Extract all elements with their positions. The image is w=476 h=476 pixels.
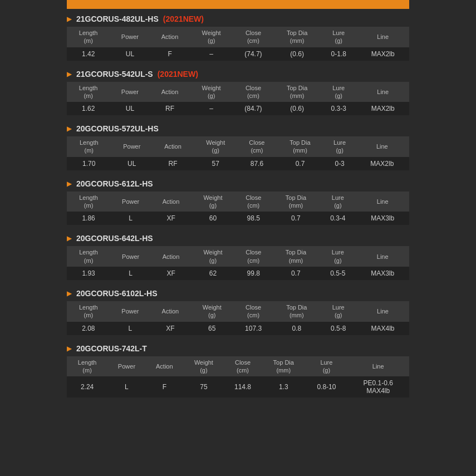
col-header-0: Length(m) xyxy=(67,356,107,377)
spec-table-2: Length(m)PowerActionWeight(g)Close(cm)To… xyxy=(67,82,409,116)
rod-section-4: ▶20GCORUS-612L-HSLength(m)PowerActionWei… xyxy=(67,179,409,225)
col-header-0: Length(m) xyxy=(67,192,110,212)
col-header-3: Weight(g) xyxy=(190,82,233,102)
col-header-7: Line xyxy=(355,136,409,157)
table-row: 2.24LF75114.81.30.8-10PE0.1-0.6MAX4lb xyxy=(67,376,409,398)
table-cell-0-3: 62 xyxy=(191,267,235,280)
rod-name-5: 20GCORUS-642L-HS xyxy=(76,234,153,243)
rod-title-row-4: ▶20GCORUS-612L-HS xyxy=(67,179,409,188)
col-header-7: Line xyxy=(356,27,409,47)
col-header-3: Weight(g) xyxy=(191,246,235,267)
rod-name-4: 20GCORUS-612L-HS xyxy=(76,179,153,188)
table-cell-0-7: MAX4lb xyxy=(356,322,409,335)
table-cell-0-7: MAX2lb xyxy=(356,102,409,115)
table-cell-0-6: 0.3-4 xyxy=(320,212,356,225)
table-cell-0-4: 99.8 xyxy=(235,267,272,280)
col-header-5: Top Dia(mm) xyxy=(273,301,320,322)
spec-table-6: Length(m)PowerActionWeight(g)Close(cm)To… xyxy=(67,301,409,335)
table-row: 1.86LXF6098.50.70.3-4MAX3lb xyxy=(67,212,409,225)
triangle-icon: ▶ xyxy=(67,234,72,242)
rod-title-row-5: ▶20GCORUS-642L-HS xyxy=(67,234,409,243)
col-header-6: Lure(g) xyxy=(325,136,355,157)
col-header-7: Line xyxy=(356,82,409,102)
table-cell-0-2: XF xyxy=(151,267,191,280)
col-header-3: Weight(g) xyxy=(183,356,224,377)
table-cell-0-3: – xyxy=(190,47,233,61)
table-cell-0-2: XF xyxy=(150,322,190,335)
spec-table-5: Length(m)PowerActionWeight(g)Close(cm)To… xyxy=(67,246,409,280)
spec-table-7: Length(m)PowerActionWeight(g)Close(cm)To… xyxy=(67,356,409,398)
triangle-icon: ▶ xyxy=(67,180,72,188)
col-header-0: Length(m) xyxy=(67,246,110,267)
col-header-4: Close(cm) xyxy=(233,82,274,102)
table-cell-0-1: UL xyxy=(111,157,153,170)
rod-name-1: 21GCORUS-482UL-HS xyxy=(76,14,159,23)
col-header-0: Length(m) xyxy=(67,27,110,47)
col-header-4: Close(cm) xyxy=(235,192,272,212)
col-header-1: Power xyxy=(107,356,145,377)
table-cell-0-5: 0.7 xyxy=(272,212,320,225)
rod-title-row-7: ▶20GCORUS-742L-T xyxy=(67,344,409,353)
col-header-6: Lure(g) xyxy=(320,246,356,267)
rod-section-1: ▶21GCORUS-482UL-HS(2021NEW)Length(m)Powe… xyxy=(67,14,409,61)
table-cell-0-2: F xyxy=(146,376,183,398)
col-header-2: Action xyxy=(151,192,191,212)
col-header-5: Top Dia(mm) xyxy=(272,192,320,212)
rod-new-label-2: (2021NEW) xyxy=(158,70,198,78)
table-cell-0-1: L xyxy=(110,212,151,225)
col-header-2: Action xyxy=(153,136,193,157)
spec-table-3: Length(m)PowerActionWeight(g)Close(cm)To… xyxy=(67,136,409,170)
col-header-1: Power xyxy=(110,246,151,267)
col-header-2: Action xyxy=(150,27,190,47)
col-header-6: Lure(g) xyxy=(321,82,356,102)
table-row: 1.93LXF6299.80.70.5-5MAX3lb xyxy=(67,267,409,280)
rod-title-row-6: ▶20GCORUS-6102L-HS xyxy=(67,289,409,298)
triangle-icon: ▶ xyxy=(67,125,72,133)
col-header-4: Close(cm) xyxy=(238,136,276,157)
rod-section-5: ▶20GCORUS-642L-HSLength(m)PowerActionWei… xyxy=(67,234,409,280)
spec-header xyxy=(67,0,409,9)
table-cell-0-2: RF xyxy=(150,102,190,115)
col-header-3: Weight(g) xyxy=(190,27,233,47)
col-header-3: Weight(g) xyxy=(193,136,238,157)
table-cell-0-5: (0.6) xyxy=(273,47,321,61)
col-header-5: Top Dia(mm) xyxy=(272,246,320,267)
col-header-5: Top Dia(mm) xyxy=(273,27,321,47)
col-header-6: Lure(g) xyxy=(321,27,356,47)
rod-title-row-1: ▶21GCORUS-482UL-HS(2021NEW) xyxy=(67,14,409,23)
triangle-icon: ▶ xyxy=(67,15,72,23)
table-cell-0-4: (84.7) xyxy=(233,102,274,115)
table-cell-0-2: F xyxy=(150,47,190,61)
col-header-7: Line xyxy=(356,246,409,267)
table-cell-0-4: 114.8 xyxy=(224,376,261,398)
table-row: 2.08LXF65107.30.80.5-8MAX4lb xyxy=(67,322,409,335)
triangle-icon: ▶ xyxy=(67,289,72,297)
table-cell-0-1: UL xyxy=(110,102,150,115)
spec-table-4: Length(m)PowerActionWeight(g)Close(cm)To… xyxy=(67,192,409,225)
col-header-1: Power xyxy=(110,192,151,212)
rod-name-2: 21GCORUS-542UL-S xyxy=(76,70,153,78)
col-header-6: Lure(g) xyxy=(306,356,347,377)
col-header-1: Power xyxy=(111,136,153,157)
table-cell-0-1: L xyxy=(110,322,151,335)
rod-new-label-1: (2021NEW) xyxy=(163,14,204,23)
col-header-5: Top Dia(mm) xyxy=(273,82,321,102)
table-cell-0-4: 107.3 xyxy=(234,322,273,335)
col-header-0: Length(m) xyxy=(67,136,111,157)
table-cell-0-0: 1.70 xyxy=(67,157,111,170)
table-cell-0-7: MAX2lb xyxy=(355,157,409,170)
table-cell-0-3: 75 xyxy=(183,376,224,398)
table-cell-0-3: 57 xyxy=(193,157,238,170)
table-cell-0-7: MAX3lb xyxy=(356,267,409,280)
rod-name-3: 20GCORUS-572UL-HS xyxy=(76,124,159,133)
col-header-4: Close(cm) xyxy=(234,301,273,322)
col-header-1: Power xyxy=(110,27,150,47)
table-cell-0-2: XF xyxy=(151,212,191,225)
table-cell-0-4: 87.6 xyxy=(238,157,276,170)
table-cell-0-6: 0.8-10 xyxy=(306,376,347,398)
table-cell-0-5: 0.7 xyxy=(276,157,324,170)
table-row: 1.70ULRF5787.60.70-3MAX2lb xyxy=(67,157,409,170)
table-cell-0-7: MAX2lb xyxy=(356,47,409,61)
table-cell-0-1: UL xyxy=(110,47,150,61)
col-header-5: Top Dia(mm) xyxy=(276,136,324,157)
